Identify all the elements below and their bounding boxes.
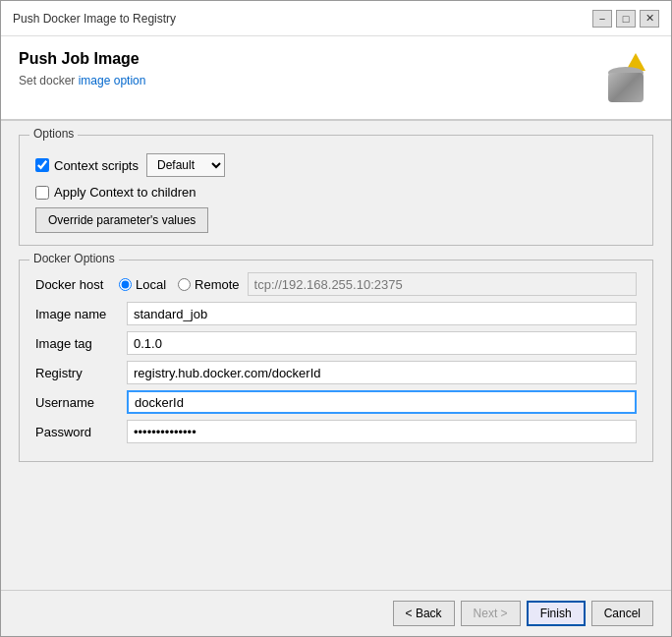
window-title: Push Docker Image to Registry <box>13 12 176 26</box>
docker-host-label: Docker host <box>35 277 119 292</box>
override-parameters-button[interactable]: Override parameter's values <box>35 207 208 233</box>
minimize-button[interactable]: − <box>592 10 612 28</box>
title-bar-buttons: − □ ✕ <box>592 10 659 28</box>
finish-button[interactable]: Finish <box>527 601 586 626</box>
image-name-row: Image name <box>35 302 637 325</box>
context-scripts-label-text: Context scripts <box>54 158 139 173</box>
local-radio[interactable] <box>119 278 132 291</box>
password-input[interactable] <box>127 420 637 443</box>
header-left: Push Job Image Set docker image option <box>19 50 145 87</box>
registry-row: Registry <box>35 361 637 384</box>
image-tag-label: Image tag <box>35 336 119 351</box>
header-title: Push Job Image <box>19 50 145 68</box>
password-row: Password <box>35 420 637 443</box>
subtitle-link[interactable]: image option <box>79 74 146 87</box>
password-label: Password <box>35 425 119 439</box>
maximize-button[interactable]: □ <box>616 10 636 28</box>
docker-host-radio-group: Local Remote <box>119 277 240 292</box>
image-tag-row: Image tag <box>35 331 637 355</box>
options-row-2: Apply Context to children <box>35 185 637 200</box>
local-radio-label[interactable]: Local <box>119 277 166 292</box>
local-radio-text: Local <box>136 277 166 292</box>
database-icon <box>604 53 647 102</box>
remote-radio-label[interactable]: Remote <box>178 277 240 292</box>
image-name-label: Image name <box>35 307 119 321</box>
options-row-1: Context scripts Default <box>35 153 637 177</box>
username-row: Username <box>35 390 637 414</box>
title-bar: Push Docker Image to Registry − □ ✕ <box>1 1 671 36</box>
close-button[interactable]: ✕ <box>640 10 659 28</box>
apply-context-label-text: Apply Context to children <box>54 185 196 200</box>
options-section: Options Context scripts Default Apply Co… <box>19 135 653 246</box>
context-scripts-dropdown[interactable]: Default <box>146 153 225 177</box>
remote-host-input[interactable] <box>248 272 637 296</box>
back-button[interactable]: < Back <box>393 601 455 626</box>
docker-host-row: Docker host Local Remote <box>35 272 637 296</box>
username-input[interactable] <box>127 390 637 414</box>
remote-radio-text: Remote <box>195 277 240 292</box>
db-cylinder <box>608 73 644 102</box>
header-section: Push Job Image Set docker image option <box>1 36 671 121</box>
apply-context-checkbox[interactable] <box>35 186 49 200</box>
context-scripts-checkbox[interactable] <box>35 158 49 172</box>
header-icon <box>598 50 653 105</box>
docker-options-section: Docker Options Docker host Local Remote <box>19 260 653 462</box>
image-name-input[interactable] <box>127 302 637 325</box>
registry-input[interactable] <box>127 361 637 384</box>
docker-section-label: Docker Options <box>29 252 119 265</box>
remote-radio[interactable] <box>178 278 191 291</box>
apply-context-checkbox-label[interactable]: Apply Context to children <box>35 185 196 200</box>
cancel-button[interactable]: Cancel <box>591 601 653 626</box>
footer: < Back Next > Finish Cancel <box>1 590 671 636</box>
next-button[interactable]: Next > <box>461 601 521 626</box>
override-button-row: Override parameter's values <box>35 207 637 233</box>
header-subtitle: Set docker image option <box>19 74 145 87</box>
subtitle-text: Set docker <box>19 74 79 87</box>
username-label: Username <box>35 395 119 410</box>
content-area: Options Context scripts Default Apply Co… <box>1 121 671 590</box>
dialog-window: Push Docker Image to Registry − □ ✕ Push… <box>0 0 672 637</box>
context-scripts-checkbox-label[interactable]: Context scripts <box>35 158 139 173</box>
registry-label: Registry <box>35 366 119 380</box>
options-section-label: Options <box>29 127 78 141</box>
image-tag-input[interactable] <box>127 331 637 355</box>
